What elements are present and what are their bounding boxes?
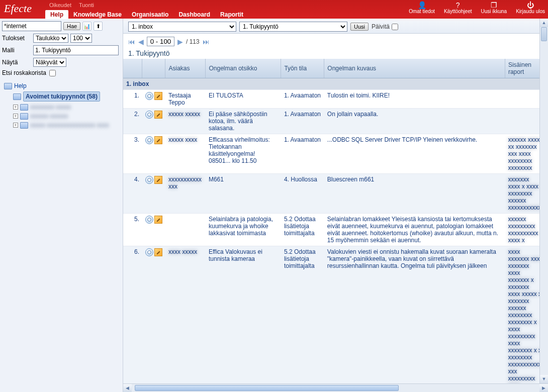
scroll-thumb[interactable] <box>135 385 399 391</box>
folder-icon <box>4 83 12 89</box>
col-number[interactable] <box>123 59 142 78</box>
edit-icon[interactable] <box>154 216 162 224</box>
table-row[interactable]: 4.xxxxxxxxxxx xxxM6614. HuollossaBluescr… <box>123 174 539 214</box>
col-report[interactable]: Sisäinen raport <box>505 59 539 78</box>
page-next-icon[interactable]: ▶ <box>177 38 183 46</box>
scroll-thumb[interactable] <box>541 27 547 41</box>
template-select[interactable]: 1. Tukipyyntö <box>239 22 347 32</box>
results-mode-select[interactable]: Taulukko <box>33 34 68 43</box>
template-input[interactable] <box>33 45 119 55</box>
page-prev-icon[interactable]: ◀ <box>138 38 144 46</box>
link-rights[interactable]: Oikeudet <box>49 2 71 8</box>
template-label: Malli <box>2 47 31 54</box>
view-icon[interactable] <box>145 111 153 119</box>
view-icon[interactable] <box>145 248 153 256</box>
menu-reports[interactable]: Raportit <box>215 10 248 19</box>
topicon-new-window[interactable]: ❐Uusi ikkuna <box>481 1 507 14</box>
edit-icon[interactable] <box>154 111 162 119</box>
col-state[interactable]: Työn tila <box>281 59 324 78</box>
vertical-scrollbar[interactable]: ▲ ▼ <box>539 19 548 383</box>
scroll-right-icon[interactable]: ▶ <box>539 384 548 392</box>
up-arrow-icon[interactable]: ⬆ <box>94 22 103 31</box>
power-icon: ⏻ <box>527 1 534 9</box>
expand-icon[interactable]: + <box>13 114 18 119</box>
window-icon: ❐ <box>491 1 497 9</box>
scroll-left-icon[interactable]: ◀ <box>123 384 132 392</box>
page-first-icon[interactable]: ⏮ <box>128 38 135 46</box>
page-total: / 113 <box>186 38 200 45</box>
page-last-icon[interactable]: ⏭ <box>203 38 210 46</box>
edit-icon[interactable] <box>154 92 162 100</box>
search-button[interactable]: Hae <box>63 22 80 30</box>
table-row[interactable]: 3.xxxxx xxxxEfficassa virheilmoitus: Tie… <box>123 134 539 174</box>
menu-kb[interactable]: Knowledge Base <box>68 10 127 19</box>
topicon-manual[interactable]: ?Käyttöohjeet <box>444 1 472 14</box>
row-number: 1. <box>123 90 142 109</box>
cell-description: Selainlabran lomakkeet Yleisestä kansios… <box>324 214 505 246</box>
view-icon[interactable] <box>145 92 153 100</box>
refresh-label: Päivitä <box>372 23 390 30</box>
new-button[interactable]: Uusi <box>350 23 369 31</box>
col-description[interactable]: Ongelman kuvaus <box>324 59 505 78</box>
results-count-select[interactable]: 100 <box>70 34 92 43</box>
tree-node-active[interactable]: Avoimet tukipyynnöt (58) <box>11 90 121 103</box>
group-header: 1. inbox <box>123 78 539 90</box>
folder-icon <box>20 104 28 111</box>
view-icon[interactable] <box>145 216 153 224</box>
scroll-down-icon[interactable]: ▼ <box>540 375 548 383</box>
main-menu: Help Knowledge Base Organisaatio Dashboa… <box>45 10 248 19</box>
cell-description: On jollain vapaalla. <box>324 109 505 134</box>
top-icon-bar: 👤Omat tiedot ?Käyttöohjeet ❐Uusi ikkuna … <box>409 1 545 14</box>
expand-icon[interactable]: + <box>13 123 18 128</box>
view-icon[interactable] <box>145 136 153 144</box>
col-title[interactable]: Ongelman otsikko <box>206 59 281 78</box>
scroll-up-icon[interactable]: ▲ <box>540 19 548 27</box>
row-actions <box>142 246 165 384</box>
tree-root-help[interactable]: Help <box>2 81 121 90</box>
cell-state: 1. Avaamaton <box>281 134 324 174</box>
row-actions <box>142 90 165 109</box>
main-panel: 1. inbox 1. Tukipyyntö Uusi Päivitä ⏮ ◀ … <box>123 19 548 392</box>
table-row[interactable]: 6.xxxx xxxxxEffica Valokuvaus ei tunnist… <box>123 246 539 384</box>
menu-dashboard[interactable]: Dashboard <box>173 10 215 19</box>
topicon-own-info[interactable]: 👤Omat tiedot <box>409 1 435 14</box>
edit-icon[interactable] <box>154 136 162 144</box>
table-row[interactable]: 1.Testaaja TeppoEI TULOSTA1. AvaamatonTu… <box>123 90 539 109</box>
menu-help[interactable]: Help <box>45 10 68 19</box>
cell-customer <box>165 214 206 246</box>
refresh-checkbox[interactable] <box>392 24 398 30</box>
folder-tree: Help Avoimet tukipyynnöt (58) + xxxxxxxx… <box>2 81 121 130</box>
table-row[interactable]: 5.Selainlabra ja patologia, kuumekurva j… <box>123 214 539 246</box>
tree-node-blur1[interactable]: + xxxxxxxx xxxxx <box>11 103 121 112</box>
cell-customer: xxxxx xxxxx <box>165 109 206 134</box>
col-actions[interactable] <box>142 59 165 78</box>
edit-icon[interactable] <box>154 248 162 256</box>
cell-report: xxxxxx xxxxxxxxx xxxxxxxxxx xxxx x <box>505 214 539 246</box>
cell-report <box>505 90 539 109</box>
col-customer[interactable]: Asiakas <box>165 59 206 78</box>
topicon-logout[interactable]: ⏻Kirjaudu ulos <box>516 1 545 14</box>
tree-node-blur3[interactable]: + xxxxx xxxxxxxxxxxxxxxx xxxx <box>11 121 121 130</box>
menu-org[interactable]: Organisaatio <box>127 10 173 19</box>
cell-description: Bluescreen m661 <box>324 174 505 214</box>
show-select[interactable]: Näkyvät <box>33 58 66 67</box>
horizontal-scrollbar[interactable]: ◀ ▶ <box>123 383 548 392</box>
edit-icon[interactable] <box>154 176 162 184</box>
search-input[interactable] <box>2 21 61 31</box>
row-number: 5. <box>123 214 142 246</box>
table-row[interactable]: 2.xxxxx xxxxxEi pääse sähköpostiin kotoa… <box>123 109 539 134</box>
trash-checkbox[interactable] <box>49 70 56 76</box>
cell-state: 4. Huollossa <box>281 174 324 214</box>
trash-label: Etsi roskakorista <box>2 69 46 76</box>
folder-icon <box>13 93 21 100</box>
cell-title: Ei pääse sähköpostiin kotoa, ilm. väärä … <box>206 109 281 134</box>
link-import[interactable]: Tuonti <box>79 2 94 8</box>
folder-select[interactable]: 1. inbox <box>128 22 236 32</box>
tree-node-blur2[interactable]: + xxxxxx xxxxxx <box>11 112 121 121</box>
expand-icon[interactable]: + <box>13 105 18 110</box>
chart-icon[interactable]: 📊 <box>82 22 92 31</box>
row-actions <box>142 214 165 246</box>
page-range-input[interactable] <box>147 37 174 46</box>
cell-state: 5.2 Odottaa lisätietoja toimittajalta <box>281 246 324 384</box>
view-icon[interactable] <box>145 176 153 184</box>
